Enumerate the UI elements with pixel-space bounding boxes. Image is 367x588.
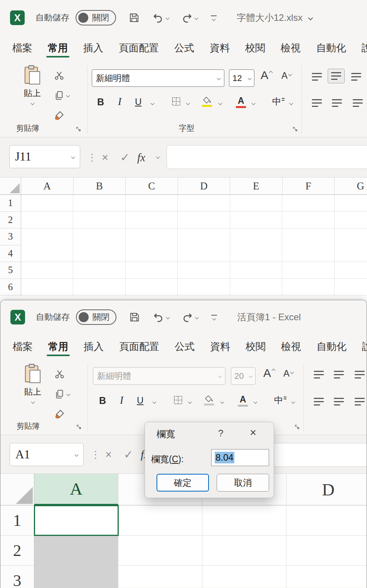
clipboard-dialog-launcher[interactable] — [76, 126, 82, 132]
redo-dropdown-icon[interactable] — [195, 315, 199, 319]
tab-data[interactable]: 資料 — [202, 334, 238, 359]
borders-button[interactable] — [173, 395, 183, 405]
tab-automate[interactable]: 自動化 — [309, 334, 354, 359]
column-header-e[interactable]: E — [230, 177, 283, 194]
tab-view[interactable]: 檢視 — [273, 334, 309, 359]
align-middle-button[interactable] — [328, 69, 345, 83]
redo-button[interactable] — [181, 12, 198, 24]
cell-area[interactable] — [21, 195, 367, 296]
tab-formulas[interactable]: 公式 — [167, 35, 202, 60]
select-all-button[interactable] — [0, 177, 21, 194]
format-painter-button[interactable] — [54, 409, 65, 419]
row-header-3[interactable]: 3 — [0, 566, 34, 588]
autosave-toggle[interactable]: 關閉 — [76, 309, 116, 325]
tab-page-layout[interactable]: 頁面配置 — [111, 334, 167, 359]
undo-dropdown-icon[interactable] — [166, 315, 170, 319]
align-left-button[interactable] — [311, 98, 323, 108]
align-center-button[interactable] — [333, 397, 345, 407]
redo-button[interactable] — [182, 311, 198, 323]
column-header-c[interactable]: C — [126, 177, 178, 194]
active-cell-a1[interactable] — [34, 505, 119, 536]
column-header-b[interactable]: B — [74, 177, 126, 194]
help-button[interactable]: ? — [218, 428, 223, 439]
customize-toolbar-button[interactable] — [211, 15, 217, 20]
confirm-entry-button[interactable]: ✓ — [124, 448, 133, 461]
fill-color-button[interactable] — [204, 395, 214, 406]
fill-color-dropdown-icon[interactable] — [219, 101, 222, 105]
row-header-1[interactable]: 1 — [0, 505, 34, 536]
row-header-2[interactable]: 2 — [0, 212, 21, 229]
tab-home[interactable]: 常用 — [40, 35, 76, 60]
font-color-dropdown-icon[interactable] — [254, 400, 258, 404]
align-bottom-button[interactable] — [354, 370, 366, 380]
drag-handle-icon[interactable]: ⋮ — [91, 448, 101, 460]
font-dialog-launcher[interactable] — [294, 424, 300, 430]
align-top-button[interactable] — [313, 370, 325, 380]
increase-font-size-button[interactable]: A — [261, 69, 272, 81]
row-header-3[interactable]: 3 — [0, 228, 21, 245]
row-header-5[interactable]: 5 — [0, 262, 21, 279]
tab-file[interactable]: 檔案 — [5, 35, 40, 60]
decrease-font-size-button[interactable]: A — [283, 369, 293, 378]
insert-function-button[interactable]: fx — [137, 151, 145, 164]
phonetic-dropdown-icon[interactable] — [290, 101, 293, 105]
close-icon[interactable]: × — [250, 426, 256, 439]
cut-button[interactable] — [54, 369, 65, 379]
clipboard-dialog-launcher[interactable] — [76, 424, 82, 430]
tab-review[interactable]: 校閱 — [237, 35, 273, 60]
column-header-g[interactable]: G — [335, 177, 367, 194]
bold-button[interactable]: B — [97, 97, 104, 107]
row-header-6[interactable]: 6 — [0, 279, 21, 296]
underline-button[interactable]: U — [135, 97, 141, 106]
tab-home[interactable]: 常用 — [40, 334, 76, 359]
font-color-button[interactable]: A — [236, 96, 246, 108]
row-header-4[interactable]: 4 — [0, 245, 21, 262]
cancel-entry-button[interactable]: × — [105, 448, 112, 461]
italic-button[interactable]: I — [118, 96, 121, 107]
undo-dropdown-icon[interactable] — [166, 16, 170, 20]
font-color-dropdown-icon[interactable] — [252, 101, 256, 105]
font-size-combobox[interactable]: 20 — [231, 367, 256, 385]
undo-button[interactable] — [153, 311, 169, 323]
tab-help[interactable]: 說 — [354, 334, 367, 359]
paste-button[interactable]: 貼上 — [17, 65, 48, 105]
column-header-a[interactable]: A — [21, 177, 74, 194]
tab-data[interactable]: 資料 — [202, 35, 237, 60]
format-painter-button[interactable] — [54, 110, 64, 121]
column-header-a-selected[interactable]: A — [34, 474, 118, 505]
cut-button[interactable] — [54, 70, 64, 81]
tab-automate[interactable]: 自動化 — [308, 35, 354, 60]
borders-dropdown-icon[interactable] — [186, 101, 190, 105]
column-header-d[interactable]: D — [286, 474, 367, 505]
font-size-combobox[interactable]: 12 — [229, 69, 254, 87]
name-box[interactable]: A1 — [10, 443, 84, 466]
column-header-f[interactable]: F — [283, 177, 335, 194]
ok-button[interactable]: 確定 — [157, 474, 209, 492]
cancel-button[interactable]: 取消 — [217, 474, 269, 492]
customize-toolbar-button[interactable] — [211, 315, 217, 320]
document-title[interactable]: 活頁簿1 - Excel — [237, 311, 301, 323]
tab-file[interactable]: 檔案 — [5, 334, 40, 359]
underline-dropdown-icon[interactable] — [153, 400, 157, 404]
autosave-toggle[interactable]: 關閉 — [76, 10, 116, 25]
tab-insert[interactable]: 插入 — [76, 334, 111, 359]
row-header-2[interactable]: 2 — [0, 536, 34, 566]
cancel-entry-button[interactable]: × — [102, 151, 108, 164]
document-title[interactable]: 字體大小12.xlsx — [237, 12, 312, 24]
save-button[interactable] — [128, 12, 140, 24]
increase-font-size-button[interactable]: A — [263, 367, 275, 379]
align-top-button[interactable] — [311, 72, 323, 82]
decrease-font-size-button[interactable]: A — [281, 71, 291, 80]
confirm-entry-button[interactable]: ✓ — [120, 151, 130, 164]
column-header-d[interactable]: D — [178, 177, 231, 194]
phonetic-dropdown-icon[interactable] — [291, 400, 295, 404]
tab-page-layout[interactable]: 頁面配置 — [111, 35, 167, 60]
name-box[interactable]: J11 — [9, 145, 80, 168]
chevron-down-icon[interactable] — [156, 155, 160, 159]
borders-dropdown-icon[interactable] — [188, 400, 192, 404]
select-all-button[interactable] — [0, 474, 34, 505]
align-bottom-button[interactable] — [350, 72, 362, 82]
phonetic-guide-button[interactable]: 中 — [272, 97, 285, 106]
paste-button[interactable]: 貼上 — [17, 363, 48, 403]
tab-formulas[interactable]: 公式 — [167, 334, 202, 359]
